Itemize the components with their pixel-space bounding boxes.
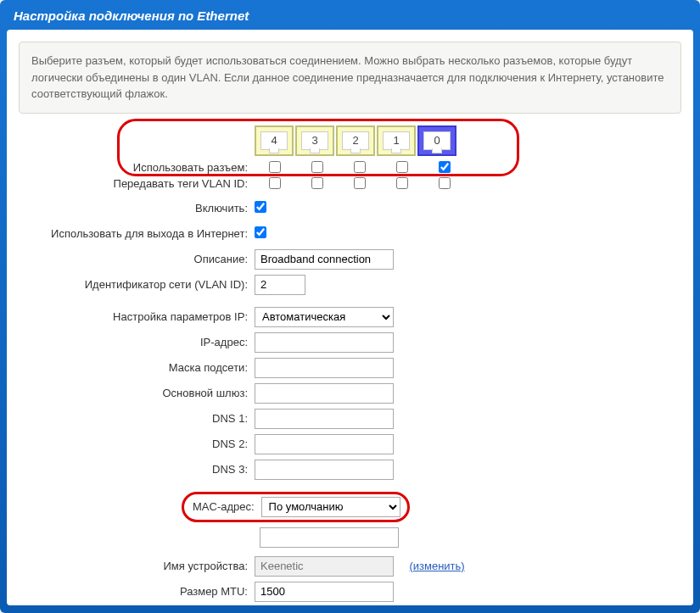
content-area: Выберите разъем, который будет использов… (7, 30, 693, 605)
window-title: Настройка подключения по Ethernet (0, 0, 700, 30)
vlan-tag-checkbox-4[interactable] (269, 177, 281, 189)
use-internet-label: Использовать для выхода в Интернет: (19, 227, 255, 240)
subnet-input[interactable] (255, 358, 394, 378)
mac-select[interactable]: По умолчанию (261, 497, 400, 517)
use-port-checkbox-1[interactable] (396, 161, 408, 173)
mtu-label: Размер MTU: (19, 585, 255, 598)
mac-label: MAC-адрес: (189, 500, 261, 513)
mac-highlight-icon: MAC-адрес: По умолчанию (182, 492, 410, 522)
gateway-input[interactable] (255, 383, 394, 404)
vlan-tag-label: Передавать теги VLAN ID: (19, 177, 255, 190)
mtu-input[interactable] (255, 582, 394, 602)
description-label: Описание: (19, 253, 255, 265)
port-4[interactable]: 4 (255, 125, 294, 156)
vlan-tag-checks (255, 177, 465, 189)
port-label: 3 (301, 131, 328, 150)
enable-checkbox[interactable] (255, 201, 266, 213)
port-2[interactable]: 2 (336, 125, 375, 156)
use-internet-checkbox[interactable] (255, 226, 266, 238)
device-name-label: Имя устройства: (19, 560, 255, 572)
use-port-checkbox-2[interactable] (354, 161, 366, 173)
dns3-input[interactable] (255, 460, 394, 480)
port-label: 0 (423, 131, 451, 150)
subnet-label: Маска подсети: (19, 361, 255, 374)
dns2-input[interactable] (255, 434, 394, 454)
use-port-checkbox-4[interactable] (269, 161, 281, 173)
enable-label: Включить: (19, 202, 255, 215)
use-port-checkbox-0[interactable] (439, 161, 451, 173)
port-selector-area: 43210 Использовать разъем: (19, 125, 681, 174)
dns3-label: DNS 3: (19, 463, 255, 476)
vlan-tag-checkbox-1[interactable] (396, 177, 408, 189)
ethernet-config-window: Настройка подключения по Ethernet Выбери… (0, 0, 700, 613)
vlan-tag-checkbox-3[interactable] (311, 177, 323, 189)
dns1-label: DNS 1: (19, 412, 255, 425)
vlan-id-input[interactable] (255, 275, 305, 295)
port-label: 1 (383, 131, 410, 150)
port-label: 4 (260, 131, 288, 150)
port-label: 2 (342, 131, 369, 150)
port-0[interactable]: 0 (417, 125, 456, 156)
vlan-tag-checkbox-0[interactable] (439, 177, 451, 189)
info-box: Выберите разъем, который будет использов… (19, 42, 681, 114)
use-port-label: Использовать разъем: (19, 161, 255, 174)
ip-config-label: Настройка параметров IP: (19, 310, 255, 323)
dns1-input[interactable] (255, 409, 394, 429)
port-list: 43210 (255, 125, 456, 156)
device-name-input (255, 556, 394, 577)
description-input[interactable] (255, 249, 394, 270)
ip-address-label: IP-адрес: (19, 336, 255, 348)
vlan-tag-checkbox-2[interactable] (354, 177, 366, 189)
vlan-id-label: Идентификатор сети (VLAN ID): (19, 278, 255, 291)
mac-extra-input[interactable] (260, 527, 399, 548)
change-device-name-link[interactable]: (изменить) (409, 560, 464, 572)
port-3[interactable]: 3 (295, 125, 334, 156)
port-1[interactable]: 1 (377, 125, 416, 156)
use-port-checkbox-3[interactable] (311, 161, 323, 173)
use-port-checks (255, 161, 465, 173)
gateway-label: Основной шлюз: (19, 387, 255, 399)
dns2-label: DNS 2: (19, 437, 255, 450)
ip-address-input[interactable] (255, 332, 394, 353)
ip-config-select[interactable]: Автоматическая (255, 307, 394, 327)
